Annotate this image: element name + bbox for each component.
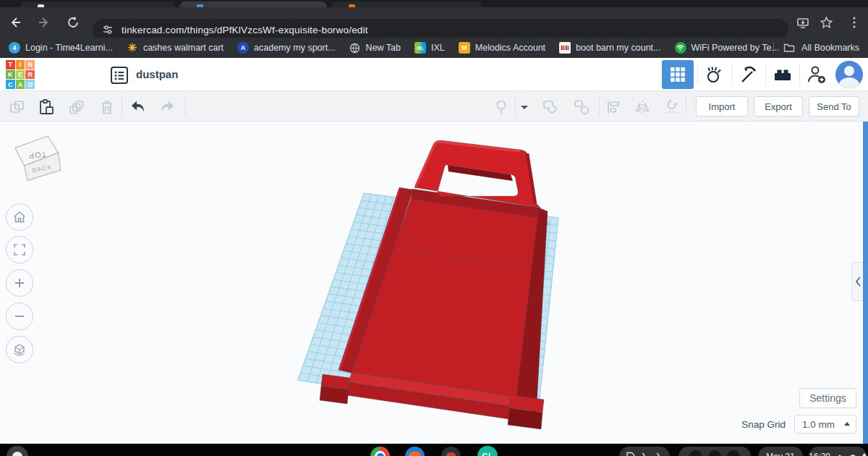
fit-view-icon: [12, 242, 27, 257]
logo-cell: T: [6, 60, 15, 69]
academy-favicon: A: [237, 42, 249, 54]
zoom-in-button[interactable]: [6, 269, 33, 297]
note-icon: [626, 452, 635, 456]
settings-button[interactable]: Settings: [799, 388, 856, 408]
divider: [185, 97, 186, 116]
logo-cell: A: [16, 80, 25, 89]
send-to-button[interactable]: Send To: [809, 96, 859, 117]
show-all-dropdown[interactable]: [519, 98, 530, 116]
date-text: May 21: [766, 452, 794, 456]
brick-export-button[interactable]: [766, 58, 799, 91]
bookmark-item[interactable]: WiFi Powered by Te...: [675, 42, 779, 54]
browser-tab-strip: [0, 0, 868, 7]
bookmark-label: Login - Time4Learni...: [25, 43, 113, 53]
bootbarn-favicon: BB: [559, 42, 571, 54]
minecraft-export-button[interactable]: [732, 58, 765, 91]
divider: [686, 97, 686, 116]
export-button[interactable]: Export: [754, 96, 803, 117]
game-app-icon-2[interactable]: [441, 447, 461, 456]
snap-grid-control: Snap Grid 1.0 mm: [741, 415, 856, 434]
time4learning-favicon: 4: [9, 42, 20, 54]
sim-lab-button[interactable]: [698, 58, 731, 91]
fit-view-button[interactable]: [6, 236, 33, 263]
perspective-cube-icon: [12, 342, 27, 358]
perspective-toggle-button[interactable]: [6, 336, 33, 363]
bookmark-item[interactable]: A academy my sport...: [237, 42, 336, 54]
site-settings-icon[interactable]: [102, 24, 114, 35]
account-avatar[interactable]: [833, 58, 865, 91]
wifi-icon: [849, 453, 856, 456]
design-properties-icon[interactable]: [110, 66, 129, 85]
panel-expand-toggle[interactable]: [851, 262, 863, 301]
bookmark-item[interactable]: 4 Login - Time4Learni...: [9, 42, 113, 54]
paste-button[interactable]: [38, 98, 55, 116]
game-app-icon[interactable]: [405, 447, 425, 456]
snap-grid-label: Snap Grid: [741, 419, 786, 430]
ungroup-button[interactable]: [573, 98, 590, 116]
hand-icon: [705, 64, 725, 85]
logo-cell: D: [25, 80, 35, 89]
shelf-tools-group[interactable]: [619, 447, 670, 456]
wifi-favicon: [675, 42, 686, 54]
shelf-status-group[interactable]: [678, 447, 751, 456]
viewport-3d[interactable]: w: [0, 122, 868, 444]
bookmark-label: WiFi Powered by Te...: [692, 43, 779, 53]
back-button[interactable]: [6, 13, 25, 32]
group-button[interactable]: [541, 98, 558, 116]
bookmark-item[interactable]: M Melodics Account: [459, 42, 545, 54]
lego-brick-icon: [773, 64, 793, 85]
bookmark-item[interactable]: BB boot barn my count...: [559, 42, 660, 54]
tinkercad-logo[interactable]: T I N K E R C A D: [6, 60, 35, 89]
save-to-device-icon[interactable]: [793, 13, 812, 32]
grid-icon: [670, 67, 686, 83]
snap-grid-value: 1.0 mm: [802, 419, 835, 430]
avatar: [835, 61, 863, 88]
folder-icon: [783, 43, 795, 53]
invite-people-button[interactable]: [800, 58, 833, 91]
home-view-button[interactable]: [6, 203, 33, 231]
divider: [599, 97, 600, 116]
bookmark-label: boot barn my count...: [576, 43, 660, 53]
reload-button[interactable]: [64, 13, 82, 32]
browser-menu-icon[interactable]: [845, 13, 864, 32]
blocks-view-button[interactable]: [662, 60, 694, 89]
pickaxe-icon: [739, 64, 759, 85]
header-actions: [662, 58, 865, 91]
duplicate-button[interactable]: [68, 98, 85, 116]
align-button[interactable]: [605, 98, 622, 116]
bookmark-star-icon[interactable]: [817, 13, 835, 32]
bookmark-label: cashes walmart cart: [143, 43, 224, 53]
person-add-icon: [806, 64, 827, 85]
gl-app-icon[interactable]: GL: [477, 446, 498, 456]
chrome-app-icon[interactable]: [370, 447, 390, 456]
all-bookmarks[interactable]: All Bookmarks: [773, 38, 859, 58]
design-title[interactable]: dustpan: [136, 68, 178, 80]
zoom-out-button[interactable]: [6, 303, 33, 330]
mirror-button[interactable]: [634, 98, 651, 116]
forward-button[interactable]: [35, 13, 54, 32]
divider: [515, 97, 516, 116]
magnet-button[interactable]: [663, 98, 680, 116]
bookmark-item[interactable]: IXL IXL: [414, 42, 445, 54]
home-icon: [12, 209, 27, 225]
delete-button[interactable]: [98, 98, 116, 116]
view-cube[interactable]: TOP BACK: [9, 129, 71, 194]
shelf-system-tray[interactable]: 16:39: [809, 447, 867, 456]
launcher-button[interactable]: [7, 446, 28, 456]
import-button[interactable]: Import: [696, 96, 748, 117]
snap-grid-dropdown[interactable]: 1.0 mm: [794, 415, 856, 434]
redo-button[interactable]: [159, 98, 176, 116]
undo-button[interactable]: [129, 98, 146, 116]
show-all-button[interactable]: [493, 98, 510, 116]
launcher-icon: [12, 452, 22, 456]
globe-favicon: [349, 42, 361, 54]
bookmark-label: New Tab: [366, 43, 401, 53]
caret-up-icon: [844, 422, 850, 426]
shapes-panel-edge[interactable]: [863, 122, 868, 444]
bookmark-item[interactable]: ✳ cashes walmart cart: [127, 42, 224, 54]
copy-button[interactable]: [9, 98, 26, 116]
pen-icon: [641, 452, 650, 456]
shelf-date[interactable]: May 21: [758, 447, 803, 456]
scene-canvas[interactable]: w: [0, 122, 868, 444]
bookmark-item[interactable]: New Tab: [349, 42, 401, 54]
